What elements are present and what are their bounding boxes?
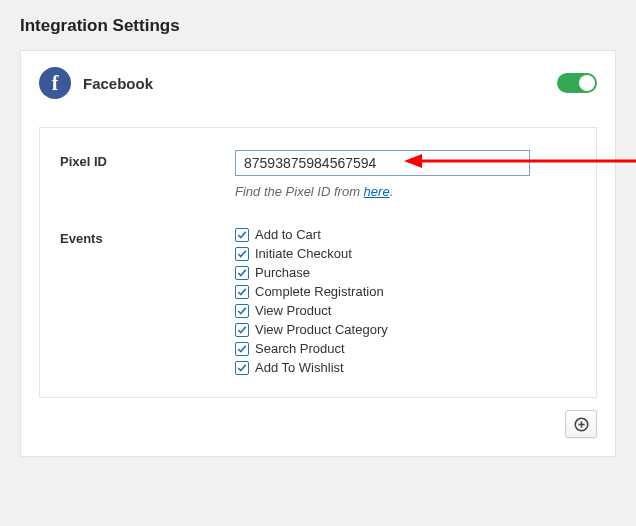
help-suffix: . — [390, 184, 394, 199]
event-item: Purchase — [235, 265, 576, 280]
event-label: Add to Cart — [255, 227, 321, 242]
enable-toggle[interactable] — [557, 73, 597, 93]
integration-name: Facebook — [83, 75, 153, 92]
event-item: View Product Category — [235, 322, 576, 337]
events-row: Events Add to CartInitiate CheckoutPurch… — [60, 227, 576, 375]
settings-box: Pixel ID Find the Pixel ID from here. Ev… — [39, 127, 597, 398]
card-header: f Facebook — [39, 67, 597, 99]
event-checkbox[interactable] — [235, 342, 249, 356]
event-item: Complete Registration — [235, 284, 576, 299]
pixel-id-row: Pixel ID Find the Pixel ID from here. — [60, 150, 576, 199]
add-integration-button[interactable] — [565, 410, 597, 438]
event-checkbox[interactable] — [235, 323, 249, 337]
pixel-id-help: Find the Pixel ID from here. — [235, 184, 576, 199]
event-checkbox[interactable] — [235, 285, 249, 299]
event-label: Purchase — [255, 265, 310, 280]
event-item: Add to Cart — [235, 227, 576, 242]
event-label: Add To Wishlist — [255, 360, 344, 375]
toggle-knob — [579, 75, 595, 91]
event-checkbox[interactable] — [235, 361, 249, 375]
event-checkbox[interactable] — [235, 266, 249, 280]
events-label: Events — [60, 227, 235, 375]
event-label: Initiate Checkout — [255, 246, 352, 261]
event-item: Search Product — [235, 341, 576, 356]
check-icon — [237, 344, 247, 354]
check-icon — [237, 363, 247, 373]
check-icon — [237, 230, 247, 240]
integration-card: f Facebook Pixel ID Find the Pixel ID fr… — [20, 50, 616, 457]
pixel-id-label: Pixel ID — [60, 150, 235, 199]
help-prefix: Find the Pixel ID from — [235, 184, 364, 199]
page-title: Integration Settings — [20, 16, 616, 36]
event-checkbox[interactable] — [235, 304, 249, 318]
event-label: View Product Category — [255, 322, 388, 337]
plus-circle-icon — [574, 417, 589, 432]
event-label: Search Product — [255, 341, 345, 356]
event-item: View Product — [235, 303, 576, 318]
event-item: Add To Wishlist — [235, 360, 576, 375]
check-icon — [237, 325, 247, 335]
check-icon — [237, 249, 247, 259]
event-label: Complete Registration — [255, 284, 384, 299]
event-label: View Product — [255, 303, 331, 318]
event-checkbox[interactable] — [235, 247, 249, 261]
event-checkbox[interactable] — [235, 228, 249, 242]
check-icon — [237, 287, 247, 297]
check-icon — [237, 306, 247, 316]
event-item: Initiate Checkout — [235, 246, 576, 261]
pixel-id-help-link[interactable]: here — [364, 184, 390, 199]
pixel-id-input[interactable] — [235, 150, 530, 176]
events-list: Add to CartInitiate CheckoutPurchaseComp… — [235, 227, 576, 375]
check-icon — [237, 268, 247, 278]
facebook-icon: f — [39, 67, 71, 99]
